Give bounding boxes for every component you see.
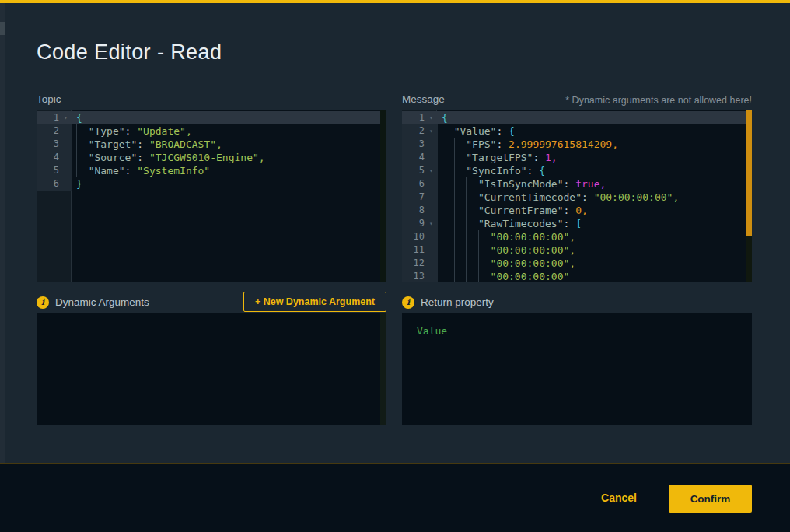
code-text: "TargetFPS": 1, — [438, 151, 752, 164]
indent-guide — [454, 191, 467, 204]
top-accent-bar — [0, 0, 790, 3]
line-number: 6 — [402, 177, 425, 191]
indent-guide — [466, 217, 478, 230]
indent-guide — [454, 230, 467, 243]
fold-gutter — [425, 138, 438, 151]
indent-guide — [478, 243, 491, 257]
indent-guide — [454, 270, 467, 282]
code-line[interactable]: 3"Target": "BROADCAST", — [37, 138, 386, 151]
message-editor[interactable]: 1▾{2▾"Value": {3"FPS": 2.999997615814209… — [402, 110, 752, 282]
fold-toggle-icon[interactable]: ▾ — [425, 124, 438, 138]
indent-guide — [76, 138, 89, 151]
code-line[interactable]: 11"00:00:00:00", — [402, 243, 752, 257]
indent-guide — [442, 217, 454, 230]
line-number: 2 — [37, 124, 59, 138]
dynamic-arguments-label: Dynamic Arguments — [55, 296, 149, 308]
indent-guide — [442, 177, 454, 191]
message-scrollbar-thumb[interactable] — [746, 110, 752, 236]
fold-gutter — [59, 124, 72, 138]
fold-gutter — [59, 177, 72, 191]
code-text: { — [438, 111, 752, 124]
code-line[interactable]: 4"Source": "TJCGWS010-Engine", — [37, 151, 386, 164]
indent-guide — [442, 257, 454, 270]
line-number: 12 — [402, 257, 425, 270]
fold-gutter — [59, 138, 72, 151]
code-line[interactable]: 2▾"Value": { — [402, 124, 752, 138]
line-number: 8 — [402, 204, 425, 217]
line-number: 5 — [402, 164, 425, 177]
info-icon: i — [402, 296, 414, 309]
return-property-editor[interactable]: Value — [402, 313, 752, 425]
return-property-value: Value — [402, 313, 752, 337]
indent-guide — [454, 243, 467, 257]
fold-gutter — [59, 151, 72, 164]
fold-toggle-icon[interactable]: ▾ — [425, 111, 438, 124]
code-line[interactable]: 7"CurrentTimecode": "00:00:00:00", — [402, 191, 752, 204]
fold-gutter — [425, 151, 438, 164]
code-line[interactable]: 3"FPS": 2.999997615814209, — [402, 138, 752, 151]
line-number: 2 — [402, 124, 425, 138]
confirm-button[interactable]: Confirm — [669, 485, 752, 513]
window-scrollbar-thumb[interactable] — [0, 22, 5, 35]
line-number: 9 — [402, 217, 425, 230]
code-line[interactable]: 5"Name": "SystemInfo" — [37, 164, 386, 177]
code-line[interactable]: 1▾{ — [37, 111, 386, 124]
new-dynamic-argument-button[interactable]: + New Dynamic Argument — [243, 292, 386, 312]
code-line[interactable]: 6"IsInSyncMode": true, — [402, 177, 752, 191]
window-scrollbar-track[interactable] — [0, 3, 5, 463]
code-line[interactable]: 10"00:00:00:00", — [402, 230, 752, 243]
topic-editor[interactable]: 1▾{2"Type": "Update",3"Target": "BROADCA… — [37, 110, 386, 282]
line-number: 3 — [402, 138, 425, 151]
indent-guide — [478, 270, 491, 282]
indent-guide — [454, 138, 467, 151]
indent-guide — [466, 177, 478, 191]
code-text: "IsInSyncMode": true, — [438, 177, 752, 191]
indent-guide — [466, 204, 478, 217]
code-line[interactable]: 2"Type": "Update", — [37, 124, 386, 138]
dynamic-arguments-scrollbar-track[interactable] — [380, 313, 386, 425]
code-line[interactable]: 13"00:00:00:00" — [402, 270, 752, 282]
code-line[interactable]: 6} — [37, 177, 386, 191]
indent-guide — [442, 243, 454, 257]
code-text: "00:00:00:00", — [438, 243, 752, 257]
code-text: "SyncInfo": { — [438, 164, 752, 177]
code-editor-dialog: Code Editor - Read Topic 1▾{2"Type": "Up… — [0, 0, 790, 532]
code-line[interactable]: 9▾"RawTimecodes": [ — [402, 217, 752, 230]
indent-guide — [76, 151, 89, 164]
indent-guide — [478, 257, 491, 270]
topic-scrollbar-track[interactable] — [380, 110, 386, 282]
indent-guide — [454, 217, 467, 230]
message-label: Message — [402, 93, 445, 105]
fold-gutter — [425, 204, 438, 217]
code-text: "CurrentFrame": 0, — [438, 204, 752, 217]
code-line[interactable]: 4"TargetFPS": 1, — [402, 151, 752, 164]
info-icon: i — [37, 296, 49, 309]
indent-guide — [454, 257, 467, 270]
code-line[interactable]: 12"00:00:00:00", — [402, 257, 752, 270]
message-scrollbar-track[interactable] — [746, 110, 752, 282]
fold-toggle-icon[interactable]: ▾ — [425, 217, 438, 230]
cancel-button[interactable]: Cancel — [601, 492, 637, 504]
fold-toggle-icon[interactable]: ▾ — [425, 164, 438, 177]
indent-guide — [466, 191, 478, 204]
line-number: 7 — [402, 191, 425, 204]
indent-guide — [454, 151, 467, 164]
code-text: "CurrentTimecode": "00:00:00:00", — [438, 191, 752, 204]
return-property-label: Return property — [421, 296, 494, 308]
page-title: Code Editor - Read — [37, 40, 222, 65]
fold-toggle-icon[interactable]: ▾ — [59, 111, 72, 124]
fold-gutter — [425, 243, 438, 257]
code-line[interactable]: 1▾{ — [402, 111, 752, 124]
code-line[interactable]: 5▾"SyncInfo": { — [402, 164, 752, 177]
indent-guide — [442, 124, 454, 138]
code-text: "Target": "BROADCAST", — [72, 138, 386, 151]
code-text: "Type": "Update", — [72, 124, 386, 138]
line-number: 1 — [402, 111, 425, 124]
line-number: 11 — [402, 243, 425, 257]
code-text: "RawTimecodes": [ — [438, 217, 752, 230]
indent-guide — [442, 138, 454, 151]
indent-guide — [454, 177, 467, 191]
code-line[interactable]: 8"CurrentFrame": 0, — [402, 204, 752, 217]
indent-guide — [478, 230, 491, 243]
line-number: 1 — [37, 111, 59, 124]
